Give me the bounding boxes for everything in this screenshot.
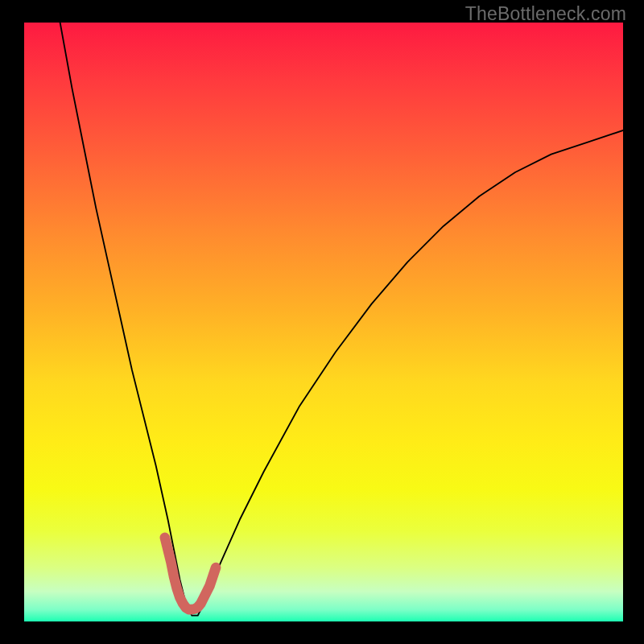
chart-frame: TheBottleneck.com — [0, 0, 644, 644]
bottleneck-curve — [60, 23, 623, 616]
watermark-text: TheBottleneck.com — [465, 3, 626, 25]
highlight-segment — [165, 538, 216, 609]
plot-area — [24, 23, 623, 621]
curve-svg — [24, 23, 623, 621]
